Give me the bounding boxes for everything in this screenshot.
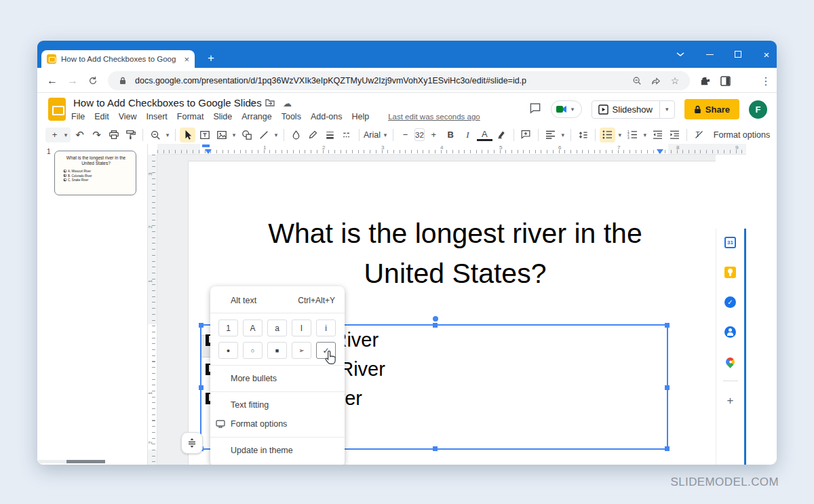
- star-document-icon[interactable]: ☆: [249, 98, 257, 109]
- insert-line-button[interactable]: [256, 128, 271, 142]
- menu-file[interactable]: File: [71, 112, 85, 121]
- chevron-down-icon[interactable]: ▾: [560, 132, 566, 138]
- right-indent-marker[interactable]: [657, 149, 663, 154]
- bold-button[interactable]: B: [443, 128, 459, 142]
- zoom-page-icon[interactable]: [630, 76, 644, 85]
- menu-view[interactable]: View: [119, 112, 137, 121]
- window-minimize-button[interactable]: [698, 41, 721, 68]
- numbered-list-button[interactable]: 123: [625, 128, 640, 142]
- left-indent-marker[interactable]: [205, 149, 212, 154]
- highlight-color-button[interactable]: [494, 128, 509, 142]
- menu-insert[interactable]: Insert: [147, 112, 168, 121]
- text-box-button[interactable]: [197, 128, 212, 142]
- window-close-button[interactable]: ×: [755, 41, 777, 68]
- undo-button[interactable]: ↶: [72, 128, 88, 142]
- increase-indent-button[interactable]: [667, 128, 682, 142]
- new-tab-button[interactable]: +: [203, 52, 219, 65]
- chevron-down-icon[interactable]: ▾: [273, 132, 279, 138]
- add-comment-button[interactable]: [518, 128, 534, 142]
- menu-item-more-bullets[interactable]: More bullets: [210, 369, 345, 388]
- filmstrip-scrollbar-thumb[interactable]: [66, 460, 105, 463]
- rotate-handle[interactable]: [433, 316, 438, 322]
- decrease-indent-button[interactable]: [650, 128, 665, 142]
- print-button[interactable]: [106, 128, 121, 142]
- add-addon-button[interactable]: +: [727, 394, 734, 408]
- select-tool-button[interactable]: [180, 128, 195, 142]
- browser-menu-dots-icon[interactable]: ⋮: [758, 73, 774, 89]
- resize-handle[interactable]: [665, 446, 670, 451]
- resize-handle[interactable]: [665, 385, 670, 390]
- forward-icon[interactable]: →: [64, 73, 81, 89]
- align-button[interactable]: [543, 128, 558, 142]
- menu-item-format-options[interactable]: Format options: [210, 414, 345, 433]
- font-size-field[interactable]: 32: [414, 128, 425, 141]
- back-icon[interactable]: ←: [44, 73, 60, 89]
- side-panel-icon[interactable]: [717, 73, 733, 89]
- preset-circle-button[interactable]: ○: [243, 342, 263, 359]
- insert-image-button[interactable]: [214, 128, 229, 142]
- slides-logo-icon[interactable]: [48, 98, 66, 121]
- resize-handle[interactable]: [433, 446, 438, 451]
- preset-upper-roman-button[interactable]: I: [292, 319, 311, 336]
- border-dash-button[interactable]: [339, 128, 355, 142]
- resize-handle[interactable]: [665, 323, 670, 328]
- slide-title-text[interactable]: What is the longest river in the United …: [188, 214, 716, 294]
- border-color-button[interactable]: [305, 128, 321, 142]
- resize-handle[interactable]: [199, 385, 204, 390]
- insert-shape-button[interactable]: [239, 128, 254, 142]
- clear-formatting-button[interactable]: T: [691, 128, 707, 142]
- italic-button[interactable]: I: [460, 128, 476, 142]
- menu-slide[interactable]: Slide: [213, 112, 232, 121]
- redo-button[interactable]: ↷: [89, 128, 104, 142]
- bookmark-star-icon[interactable]: ☆: [668, 75, 682, 86]
- preset-lower-roman-button[interactable]: i: [316, 319, 336, 336]
- chevron-down-icon[interactable]: ▾: [164, 132, 171, 138]
- menu-addons[interactable]: Add-ons: [311, 112, 343, 121]
- tab-close-icon[interactable]: ×: [184, 54, 189, 64]
- keep-icon[interactable]: [724, 267, 736, 278]
- font-size-increase-button[interactable]: +: [426, 128, 442, 142]
- chevron-down-icon[interactable]: ▾: [382, 132, 389, 138]
- slideshow-dropdown[interactable]: ▾: [659, 101, 674, 118]
- line-spacing-button[interactable]: [575, 128, 591, 142]
- font-size-decrease-button[interactable]: −: [398, 128, 413, 142]
- preset-disc-button[interactable]: ●: [218, 342, 238, 359]
- window-chevron-icon[interactable]: [669, 41, 692, 68]
- menu-tools[interactable]: Tools: [282, 112, 301, 121]
- preset-number-button[interactable]: 1: [218, 319, 238, 336]
- first-line-indent-marker[interactable]: [202, 144, 210, 147]
- zoom-button[interactable]: [147, 128, 163, 142]
- share-page-icon[interactable]: [649, 76, 663, 85]
- chevron-down-icon[interactable]: ▾: [62, 132, 69, 138]
- resize-handle[interactable]: [199, 323, 204, 328]
- slideshow-button[interactable]: Slideshow ▾: [592, 100, 675, 119]
- maps-icon[interactable]: [724, 356, 736, 368]
- menu-item-update-in-theme[interactable]: Update in theme: [210, 441, 345, 460]
- slide-thumbnail[interactable]: What is the longest river in the United …: [54, 151, 136, 195]
- calendar-icon[interactable]: 31: [724, 237, 736, 248]
- chevron-down-icon[interactable]: ▾: [231, 132, 237, 138]
- text-color-button[interactable]: A: [477, 128, 492, 141]
- chevron-down-icon[interactable]: ▾: [617, 132, 623, 138]
- new-slide-button[interactable]: + ▾: [45, 128, 71, 142]
- comment-history-icon[interactable]: [529, 102, 541, 117]
- border-weight-button[interactable]: [322, 128, 338, 142]
- menu-edit[interactable]: Edit: [94, 112, 109, 121]
- window-maximize-button[interactable]: [726, 41, 750, 68]
- preset-arrow-button[interactable]: ➢: [292, 342, 311, 359]
- preset-lower-alpha-button[interactable]: a: [267, 319, 287, 336]
- resize-handle[interactable]: [433, 323, 438, 328]
- meet-button[interactable]: ▾: [551, 100, 582, 118]
- menu-format[interactable]: Format: [177, 112, 204, 121]
- move-folder-icon[interactable]: [265, 98, 275, 109]
- paint-format-button[interactable]: [123, 128, 138, 142]
- last-edit-link[interactable]: Last edit was seconds ago: [388, 113, 480, 121]
- contacts-icon[interactable]: [724, 326, 736, 338]
- font-family-select[interactable]: Arial: [364, 130, 381, 140]
- tasks-icon[interactable]: ✓: [724, 296, 736, 308]
- document-title[interactable]: How to Add Checkboxes to Google Slides: [73, 97, 262, 109]
- menu-help[interactable]: Help: [351, 112, 369, 121]
- url-field[interactable]: docs.google.com/presentation/d/1pq36WzVX…: [108, 71, 690, 90]
- account-avatar[interactable]: F: [749, 100, 767, 119]
- chevron-down-icon[interactable]: ▾: [642, 132, 648, 138]
